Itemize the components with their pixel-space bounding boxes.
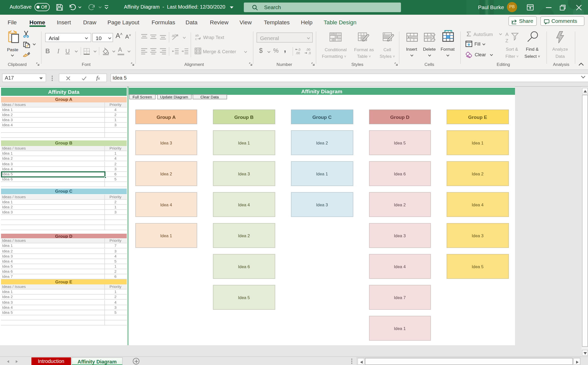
svg-text:Z: Z <box>505 38 508 43</box>
svg-text:.0: .0 <box>308 51 311 55</box>
svg-text:c: c <box>195 37 197 41</box>
svg-text:.00: .00 <box>296 51 300 55</box>
svg-text:A: A <box>505 31 509 37</box>
svg-text:.00: .00 <box>306 48 310 51</box>
svg-text:ab: ab <box>195 33 199 37</box>
svg-text:.0: .0 <box>298 48 301 51</box>
svg-text:ab: ab <box>172 33 177 38</box>
